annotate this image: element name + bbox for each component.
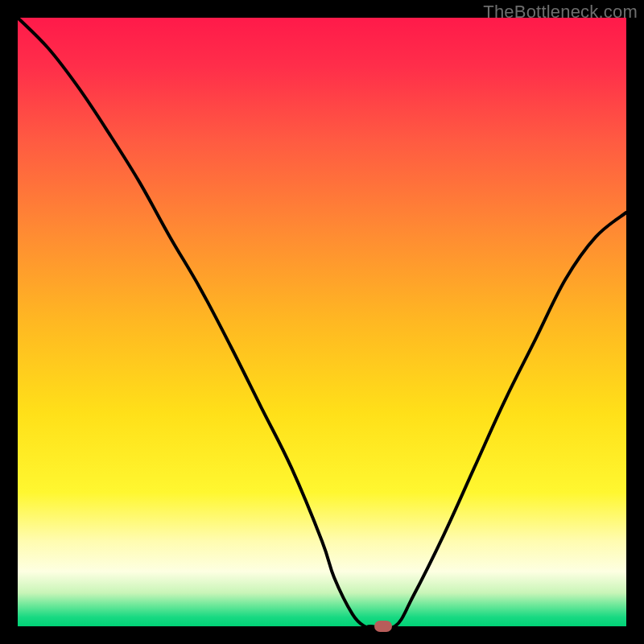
watermark-text: TheBottleneck.com [483,2,638,23]
optimal-point-marker [374,621,392,632]
plot-area [18,18,626,626]
bottleneck-curve [18,18,626,626]
chart-frame: TheBottleneck.com [0,0,644,644]
